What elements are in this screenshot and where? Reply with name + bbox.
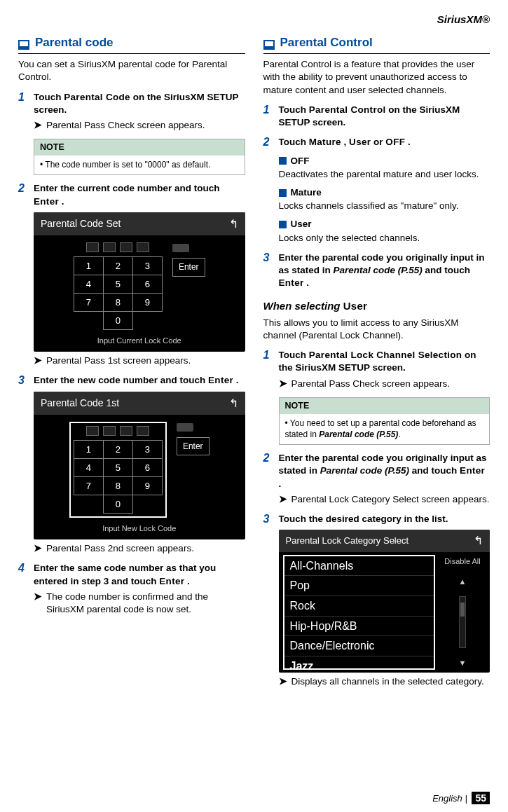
section-heading-parental-code: Parental code [18,35,245,54]
pc-step-3: Enter the parental code you originally i… [279,252,490,290]
enter-button[interactable]: Enter [172,258,205,276]
note-box: NOTE • The code number is set to "0000" … [34,139,245,175]
back-icon[interactable]: ↰ [229,396,238,411]
keypad[interactable]: 123 456 789 0 [74,440,163,514]
note-heading: NOTE [34,139,245,156]
option-mature: Mature Locks channels classified as "mat… [279,186,490,212]
section-icon [263,40,275,50]
list-item[interactable]: Pop [284,576,434,596]
list-item[interactable]: Rock [284,596,434,617]
step-number: 1 [18,91,28,116]
lead-text: You can set a SiriusXM parental code for… [18,58,245,83]
section-title: Parental Control [280,35,373,51]
result-arrow-icon: ➤ [279,493,287,506]
keypad[interactable]: 123 456 789 0 [74,256,163,330]
screenshot-title: Parental Code Set [41,217,121,230]
screenshot-category-select: Parental Lock Category Select ↰ All-Chan… [279,530,490,673]
category-list[interactable]: All-Channels Pop Rock Hip-Hop/R&B Dance/… [283,555,436,670]
result-arrow-icon: ➤ [34,355,42,367]
page-number: 55 [472,792,490,804]
lead-text: Parental Control is a feature that provi… [263,58,490,97]
note-box: NOTE • You need to set up a parental cod… [279,397,490,445]
user-step-2: Enter the parental code you originally i… [279,452,490,490]
step-number: 3 [263,513,273,525]
screenshot-code-1st: Parental Code 1st ↰ 123 456 789 0 [34,392,245,539]
pc-step-1: Touch Parental Control on the SiriusXM S… [279,104,490,129]
indicator-icon [177,423,193,432]
result-arrow-icon: ➤ [34,591,42,616]
note-body: • The code number is set to "0000" as de… [34,156,245,174]
indicator-icon [172,244,189,252]
note-heading: NOTE [280,398,490,414]
list-item[interactable]: Hip-Hop/R&B [284,617,434,637]
list-item[interactable]: All-Channels [284,556,434,577]
screenshot-caption: Input New Lock Code [34,521,245,539]
right-column: Parental Control Parental Control is a f… [263,32,490,688]
result-arrow-icon: ➤ [34,119,42,132]
screenshot-caption: Input Current Lock Code [34,333,245,352]
step-number: 2 [18,182,28,207]
user-step-1-result: Parental Pass Check screen appears. [291,378,490,390]
step-3-result: Parental Pass 2nd screen appears. [46,542,245,555]
step-1-result: Parental Pass Check screen appears. [46,119,245,132]
step-4-result: The code number is confirmed and the Sir… [46,591,245,616]
step-2-result: Parental Pass 1st screen appears. [46,355,245,367]
result-arrow-icon: ➤ [34,542,42,555]
list-item[interactable]: Jazz [284,656,434,673]
step-number: 1 [263,349,273,374]
back-icon[interactable]: ↰ [474,533,483,549]
option-user: User Locks only the selected channels. [279,218,490,244]
step-number: 3 [18,374,28,387]
scroll-up-icon[interactable]: ▲ [459,577,467,587]
step-4: Enter the same code number as that you e… [34,562,245,587]
step-number: 3 [263,252,273,290]
page-footer: English | 55 [432,792,490,805]
section-title: Parental code [35,35,114,51]
screenshot-title: Parental Code 1st [41,397,119,410]
step-number: 1 [263,104,273,129]
square-bullet-icon [279,157,287,165]
square-bullet-icon [279,221,287,228]
scroll-down-icon[interactable]: ▼ [459,658,467,668]
disable-all-button[interactable]: Disable All [444,556,480,567]
square-bullet-icon [279,189,287,197]
step-3: Enter the new code number and touch Ente… [34,374,245,387]
step-2: Enter the current code number and touch … [34,182,245,207]
user-step-3: Touch the desired category in the list. [279,513,490,525]
user-step-1: Touch Parental Lock Channel Selection on… [279,349,490,374]
screenshot-code-set: Parental Code Set ↰ 123 456 789 0 [34,212,245,352]
pc-step-2: Touch Mature , User or OFF . [279,136,490,149]
left-column: Parental code You can set a SiriusXM par… [18,32,245,688]
result-arrow-icon: ➤ [279,675,287,688]
section-icon [18,40,29,50]
list-item[interactable]: Dance/Electronic [284,636,434,656]
back-icon[interactable]: ↰ [229,216,238,232]
user-step-3-result: Displays all channels in the selected ca… [291,675,490,688]
header-brand: SiriusXM® [18,13,490,27]
option-off: OFF Deactivates the parental mature and … [279,155,490,181]
step-number: 4 [18,562,28,587]
screenshot-title: Parental Lock Category Select [286,535,409,547]
section-heading-parental-control: Parental Control [263,35,490,54]
note-body: • You need to set up a parental code bef… [280,414,490,444]
sub-lead: This allows you to limit access to any S… [263,317,490,342]
subheading-when-selecting-user: When selecting User [263,299,490,313]
step-number: 2 [263,452,273,490]
step-number: 2 [263,136,273,149]
step-1: Touch Parental Code on the SiriusXM SETU… [34,91,245,116]
scrollbar[interactable] [459,596,466,648]
enter-button[interactable]: Enter [177,437,210,455]
result-arrow-icon: ➤ [279,378,287,390]
user-step-2-result: Parental Lock Category Select screen app… [291,493,490,506]
